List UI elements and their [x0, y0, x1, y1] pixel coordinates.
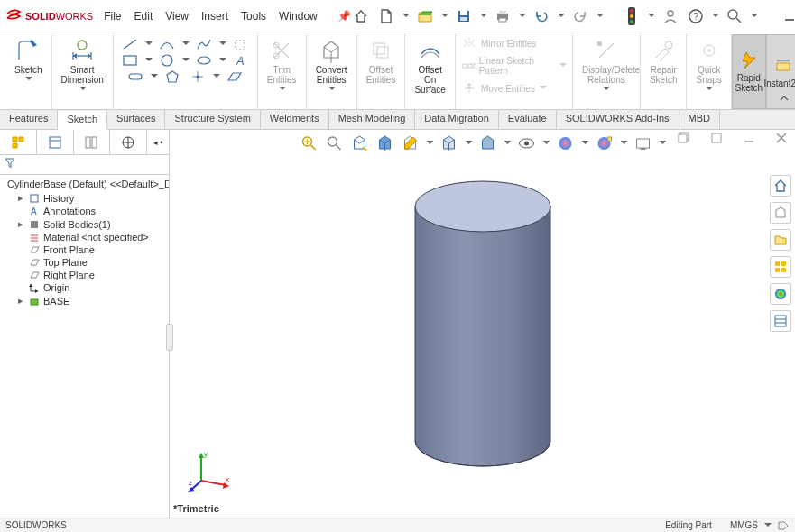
tree-item[interactable]: ▸Solid Bodies(1) [0, 217, 169, 231]
smart-dimension-button[interactable]: Smart Dimension [58, 36, 107, 94]
redo-icon[interactable] [570, 6, 590, 26]
tree-item[interactable]: Top Plane [0, 256, 169, 269]
tab-addins[interactable]: SOLIDWORKS Add-Ins [557, 110, 679, 129]
svg-point-8 [630, 14, 633, 18]
property-manager-tab-icon[interactable] [37, 130, 74, 154]
tab-mbd[interactable]: MBD [679, 110, 720, 129]
taskpane-appearances-icon[interactable] [770, 283, 791, 305]
convert-entities-button[interactable]: Convert Entities [312, 36, 351, 94]
tab-features[interactable]: Features [0, 110, 58, 129]
feature-manager-panel: ◂ • CylinderBase (Default) <<Default>_Di… [0, 130, 170, 518]
svg-line-14 [736, 18, 741, 23]
tree-item[interactable]: Front Plane [0, 243, 169, 256]
zoom-fit-icon[interactable] [299, 133, 319, 153]
svg-rect-37 [377, 47, 388, 58]
status-units[interactable]: MMGS [730, 520, 758, 530]
tab-surfaces[interactable]: Surfaces [107, 110, 165, 129]
taskpane-file-explorer-icon[interactable] [770, 229, 791, 251]
menu-edit[interactable]: Edit [134, 10, 153, 23]
menu-insert[interactable]: Insert [201, 10, 228, 23]
previous-view-icon[interactable] [349, 133, 369, 153]
material-icon [29, 232, 40, 243]
menu-tools[interactable]: Tools [241, 10, 266, 23]
plane-tool-icon[interactable] [224, 69, 245, 85]
orientation-triad[interactable]: y x z [188, 449, 233, 494]
undo-icon[interactable] [532, 6, 551, 26]
svg-rect-57 [31, 221, 38, 228]
taskpane-view-palette-icon[interactable] [770, 256, 791, 278]
panel-splitter-handle[interactable] [166, 324, 173, 351]
display-style-icon[interactable] [477, 133, 497, 153]
dimxpert-tab-icon[interactable] [110, 130, 147, 154]
main-menu: File Edit View Insert Tools Window 📌 [104, 10, 351, 23]
collapse-ribbon-icon[interactable] [779, 93, 790, 105]
line-tool-icon[interactable] [119, 36, 141, 52]
zoom-area-icon[interactable] [324, 133, 344, 153]
new-icon[interactable] [376, 6, 396, 26]
dynamic-annotation-icon[interactable] [400, 133, 420, 153]
point-tool-icon[interactable] [187, 69, 208, 85]
svg-point-7 [630, 9, 633, 13]
tab-data-migration[interactable]: Data Migration [415, 110, 499, 129]
circle-tool-icon[interactable] [156, 52, 178, 69]
pin-icon[interactable]: 📌 [337, 10, 351, 23]
view-orientation-icon[interactable] [439, 133, 458, 153]
view-settings-icon[interactable] [633, 133, 652, 153]
tab-sketch[interactable]: Sketch [58, 111, 107, 130]
status-tags-icon[interactable] [777, 520, 790, 531]
search-icon[interactable] [725, 6, 744, 26]
ellipse-tool-icon[interactable] [193, 52, 215, 69]
tree-item[interactable]: Right Plane [0, 269, 169, 281]
svg-rect-36 [374, 43, 384, 54]
config-manager-tab-icon[interactable] [74, 130, 111, 154]
tree-filter-icon[interactable] [0, 155, 169, 175]
apply-scene-icon[interactable] [594, 133, 614, 153]
tab-mesh-modeling[interactable]: Mesh Modeling [329, 110, 416, 129]
print-icon[interactable] [493, 6, 513, 26]
minimize-icon[interactable] [780, 6, 795, 26]
doc-maximize-icon[interactable] [707, 128, 726, 148]
panel-overflow-icon[interactable]: ◂ • [147, 130, 169, 154]
menu-file[interactable]: File [104, 10, 121, 23]
hide-show-icon[interactable] [516, 133, 536, 153]
menu-view[interactable]: View [165, 10, 189, 23]
spline-tool-icon[interactable] [193, 36, 215, 52]
svg-line-68 [310, 145, 315, 150]
tree-item[interactable]: AAnnotations [0, 205, 169, 217]
text-tool-icon[interactable]: A [230, 52, 252, 69]
tree-root-item[interactable]: CylinderBase (Default) <<Default>_Displ [0, 177, 169, 191]
tab-structure-system[interactable]: Structure System [165, 110, 260, 129]
tree-item[interactable]: ▸History [0, 191, 169, 205]
taskpane-design-library-icon[interactable] [770, 202, 791, 224]
home-icon[interactable] [351, 6, 371, 26]
taskpane-home-icon[interactable] [770, 175, 791, 197]
arc-tool-icon[interactable] [156, 36, 178, 52]
tree-item[interactable]: Origin [0, 281, 169, 294]
open-icon[interactable] [415, 6, 435, 26]
tab-weldments[interactable]: Weldments [261, 110, 329, 129]
slot-tool-icon[interactable] [125, 69, 146, 85]
tree-item[interactable]: ▸BASE [0, 294, 169, 307]
fillet-tool-icon[interactable] [230, 36, 252, 52]
section-view-icon[interactable] [374, 133, 394, 153]
rectangle-tool-icon[interactable] [119, 52, 141, 69]
rapid-sketch-toggle[interactable]: Rapid Sketch [732, 34, 766, 109]
tree-item[interactable]: Material <not specified> [0, 231, 169, 243]
offset-on-surface-button[interactable]: Offset On Surface [411, 36, 448, 96]
taskpane-custom-props-icon[interactable] [770, 310, 791, 332]
save-icon[interactable] [454, 6, 474, 26]
traffic-light-icon[interactable] [622, 6, 642, 26]
user-icon[interactable] [661, 6, 680, 26]
doc-minimize-icon[interactable] [739, 128, 759, 148]
tab-evaluate[interactable]: Evaluate [499, 110, 557, 129]
sketch-button[interactable]: Sketch [11, 36, 46, 84]
menu-window[interactable]: Window [279, 10, 318, 23]
graphics-viewport[interactable]: y x z *Trimetric [170, 130, 795, 518]
feature-tree-tab-icon[interactable] [0, 130, 37, 154]
doc-close-icon[interactable] [772, 128, 791, 148]
status-app-name: SOLIDWORKS [5, 520, 67, 530]
doc-restore-icon[interactable] [674, 128, 694, 148]
polygon-tool-icon[interactable] [162, 69, 183, 85]
help-icon[interactable]: ? [686, 6, 706, 26]
edit-appearance-icon[interactable] [555, 133, 575, 153]
